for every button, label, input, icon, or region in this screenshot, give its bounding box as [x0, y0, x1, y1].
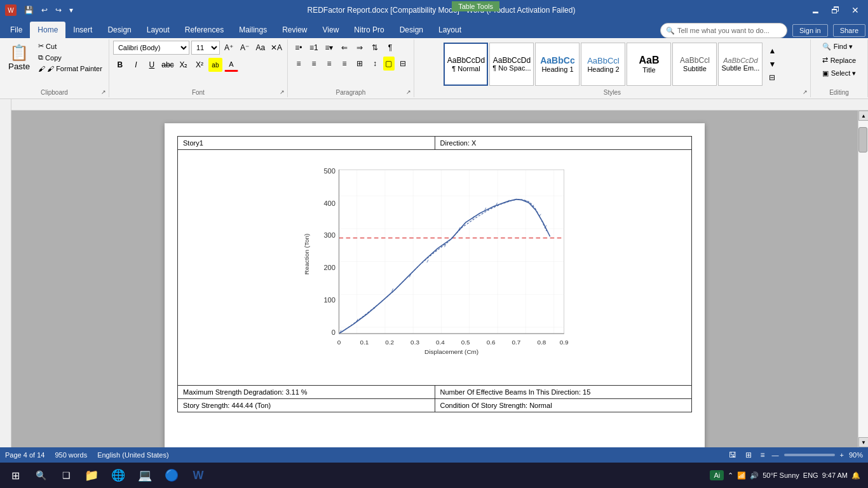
increase-indent-button[interactable]: ⇒ — [353, 41, 367, 55]
superscript-button[interactable]: X² — [193, 58, 207, 72]
bold-button[interactable]: B — [113, 58, 127, 72]
paste-button[interactable]: 📋 Paste — [4, 41, 34, 88]
style-title[interactable]: AaB Title — [627, 43, 671, 86]
style-heading1[interactable]: AaBbCc Heading 1 — [535, 43, 580, 86]
notification-icon[interactable]: 🔔 — [851, 471, 860, 480]
style-heading2[interactable]: AaBbCcl Heading 2 — [581, 43, 625, 86]
show-hide-button[interactable]: ¶ — [383, 41, 397, 55]
font-size-select[interactable]: 11 — [191, 41, 220, 55]
redo-button[interactable]: ↪ — [53, 4, 64, 16]
tell-me-box[interactable]: 🔍 Tell me what you want to do... — [660, 23, 787, 38]
cut-button[interactable]: ✂ Cut — [36, 41, 105, 51]
tab-home[interactable]: Home — [30, 22, 65, 38]
taskbar-app-word[interactable]: W — [186, 463, 211, 488]
underline-button[interactable]: U — [145, 58, 159, 72]
justify-button[interactable]: ≡ — [337, 57, 351, 71]
column-layout-button[interactable]: ⊞ — [353, 57, 367, 71]
title-bar: W 💾 ↩ ↪ ▾ REDFactor Report.docx [Compati… — [0, 0, 868, 20]
style-normal[interactable]: AaBbCcDd ¶ Normal — [444, 43, 488, 86]
format-painter-button[interactable]: 🖌 🖌 Format Painter — [36, 64, 105, 74]
italic-button[interactable]: I — [129, 58, 143, 72]
web-layout-button[interactable]: ⊞ — [743, 449, 754, 461]
print-layout-button[interactable]: 🖫 — [727, 449, 738, 461]
subscript-button[interactable]: X₂ — [177, 58, 191, 72]
text-highlight-button[interactable]: ab — [208, 58, 222, 72]
tab-file[interactable]: File — [3, 22, 30, 38]
copy-button[interactable]: ⧉ Copy — [36, 52, 105, 63]
change-case-button[interactable]: Aa — [254, 41, 268, 55]
taskbar-app-chrome[interactable]: 🔵 — [159, 463, 184, 488]
find-button[interactable]: 🔍 Find ▾ — [818, 41, 861, 53]
tab-layout[interactable]: Layout — [139, 22, 177, 38]
scroll-up-button[interactable]: ▲ — [858, 111, 868, 121]
styles-scroll-up-button[interactable]: ▲ — [765, 44, 779, 57]
shading-button[interactable]: ▢ — [383, 57, 395, 71]
vertical-scrollbar[interactable]: ▲ ▼ — [858, 111, 868, 447]
tab-design[interactable]: Design — [100, 22, 139, 38]
quick-access-more-button[interactable]: ▾ — [67, 4, 76, 16]
scroll-thumb[interactable] — [858, 127, 867, 152]
styles-more-button[interactable]: ⊟ — [765, 71, 779, 85]
style-subtitle[interactable]: AaBbCcl Subtitle — [672, 43, 717, 86]
numbering-button[interactable]: ≡1 — [307, 41, 321, 55]
start-button[interactable]: ⊞ — [3, 463, 28, 488]
grow-font-button[interactable]: A⁺ — [222, 41, 236, 55]
tab-nitro-pro[interactable]: Nitro Pro — [346, 22, 391, 38]
paragraph-expand-icon[interactable]: ↗ — [405, 88, 412, 96]
taskbar-app-edge[interactable]: 🌐 — [105, 463, 131, 488]
font-expand-icon[interactable]: ↗ — [278, 88, 286, 96]
system-tray-expand[interactable]: ⌃ — [728, 471, 733, 480]
style-no-space[interactable]: AaBbCcDd ¶ No Spac... — [489, 43, 534, 86]
taskbar-app-vs[interactable]: 💻 — [132, 463, 158, 488]
close-button[interactable]: ✕ — [848, 4, 863, 17]
tab-mailings[interactable]: Mailings — [231, 22, 275, 38]
align-right-button[interactable]: ≡ — [322, 57, 336, 71]
share-button[interactable]: Share — [833, 24, 865, 37]
copy-icon: ⧉ — [38, 53, 43, 62]
zoom-slider[interactable] — [784, 454, 835, 456]
search-taskbar-button[interactable]: 🔍 — [28, 463, 53, 488]
status-left: Page 4 of 14 950 words English (United S… — [5, 451, 169, 459]
save-button[interactable]: 💾 — [22, 4, 36, 16]
align-center-button[interactable]: ≡ — [307, 57, 321, 71]
restore-button[interactable]: 🗗 — [827, 4, 844, 17]
replace-button[interactable]: ⇄ Replace — [818, 54, 861, 66]
decrease-indent-button[interactable]: ⇐ — [337, 41, 351, 55]
line-spacing-button[interactable]: ↕ — [368, 57, 382, 71]
clear-format-button[interactable]: ✕A — [269, 41, 283, 55]
clipboard-expand-icon[interactable]: ↗ — [100, 88, 107, 96]
scroll-track[interactable] — [858, 121, 868, 437]
chrome-icon: 🔵 — [165, 468, 179, 482]
tab-layout2[interactable]: Layout — [431, 22, 469, 38]
style-subtle-em[interactable]: AaBbCcDd Subtle Em... — [718, 43, 763, 86]
scroll-down-button[interactable]: ▼ — [858, 437, 868, 447]
strikethrough-button[interactable]: abc — [161, 58, 175, 72]
tab-design2[interactable]: Design — [392, 22, 431, 38]
styles-scroll-down-button[interactable]: ▼ — [765, 57, 779, 71]
tab-review[interactable]: Review — [275, 22, 315, 38]
editing-label: Editing — [829, 88, 849, 96]
undo-button[interactable]: ↩ — [39, 4, 50, 16]
read-mode-button[interactable]: ≡ — [759, 449, 767, 461]
font-family-select[interactable]: Calibri (Body) — [113, 41, 189, 55]
bullets-button[interactable]: ≡• — [292, 41, 306, 55]
window-title: REDFactor Report.docx [Compatibility Mod… — [76, 6, 807, 15]
align-left-button[interactable]: ≡ — [292, 57, 306, 71]
styles-expand-icon[interactable]: ↗ — [801, 88, 809, 96]
tab-insert[interactable]: Insert — [65, 22, 100, 38]
border-button[interactable]: ⊟ — [396, 57, 410, 71]
multilevel-list-button[interactable]: ≡▾ — [322, 41, 336, 55]
sort-button[interactable]: ⇅ — [368, 41, 382, 55]
doc-content[interactable]: Story1 Direction: X — [11, 111, 858, 447]
tab-references[interactable]: References — [177, 22, 231, 38]
minimize-button[interactable]: 🗕 — [807, 4, 824, 17]
sign-in-button[interactable]: Sign in — [792, 24, 828, 37]
language-indicator[interactable]: ENG — [803, 471, 818, 479]
tab-view[interactable]: View — [315, 22, 347, 38]
font-color-button[interactable]: A — [224, 58, 238, 72]
task-view-button[interactable]: ❑ — [53, 463, 79, 488]
shrink-font-button[interactable]: A⁻ — [238, 41, 252, 55]
taskbar-app-file-explorer[interactable]: 📁 — [79, 463, 104, 488]
select-button[interactable]: ▣ Select ▾ — [818, 67, 861, 79]
ai-label[interactable]: Ai — [710, 470, 724, 480]
